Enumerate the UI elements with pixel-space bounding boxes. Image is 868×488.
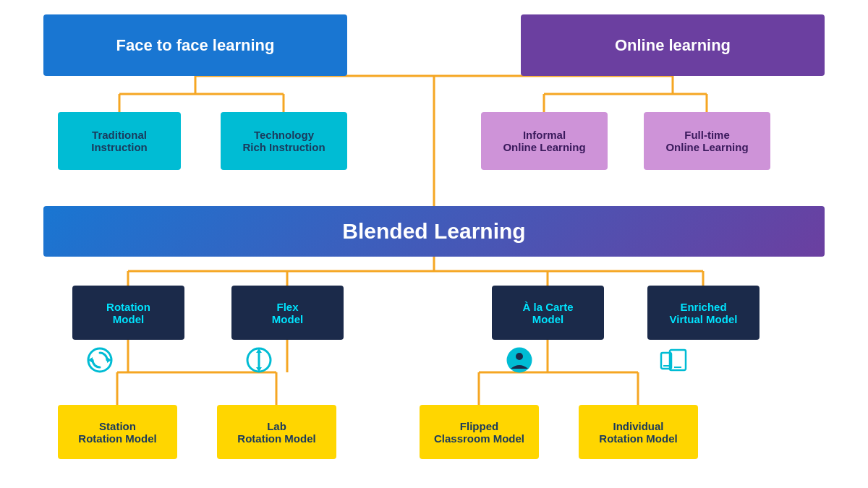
enriched-virtual-model-label: EnrichedVirtual Model (670, 301, 738, 325)
lab-rotation-model-label: LabRotation Model (237, 420, 315, 445)
fulltime-online-learning-node: Full-timeOnline Learning (644, 112, 770, 170)
enriched-virtual-model-node: EnrichedVirtual Model (647, 286, 760, 340)
rotation-model-label: RotationModel (106, 301, 150, 325)
flipped-classroom-model-label: FlippedClassroom Model (434, 420, 524, 445)
rotation-model-node: RotationModel (72, 286, 184, 340)
tech-rich-instruction-label: TechnologyRich Instruction (242, 129, 325, 153)
blended-learning-node: Blended Learning (43, 206, 825, 257)
individual-rotation-model-label: IndividualRotation Model (599, 420, 677, 445)
online-learning-label: Online learning (615, 36, 731, 55)
online-learning-node: Online learning (521, 14, 825, 76)
traditional-instruction-label: TraditionalInstruction (91, 129, 148, 153)
flex-model-label: FlexModel (272, 301, 303, 325)
alacarte-model-label: À la CarteModel (522, 301, 573, 325)
informal-online-learning-node: InformalOnline Learning (481, 112, 608, 170)
flex-model-node: FlexModel (231, 286, 344, 340)
station-rotation-model-label: StationRotation Model (78, 420, 156, 445)
fulltime-online-learning-label: Full-timeOnline Learning (665, 129, 748, 153)
traditional-instruction-node: TraditionalInstruction (58, 112, 181, 170)
flipped-classroom-model-node: FlippedClassroom Model (420, 405, 539, 459)
rotation-icon (87, 347, 113, 378)
informal-online-learning-label: InformalOnline Learning (503, 129, 585, 153)
individual-rotation-model-node: IndividualRotation Model (579, 405, 698, 459)
station-rotation-model-node: StationRotation Model (58, 405, 177, 459)
enriched-icon (660, 347, 689, 378)
flex-icon (246, 347, 272, 378)
lab-rotation-model-node: LabRotation Model (217, 405, 336, 459)
blended-learning-label: Blended Learning (342, 219, 525, 244)
diagram: .conn { stroke: #F5A623; stroke-width: 3… (0, 0, 868, 488)
svg-point-34 (516, 353, 523, 360)
alacarte-model-node: À la CarteModel (492, 286, 604, 340)
tech-rich-instruction-node: TechnologyRich Instruction (221, 112, 347, 170)
alacarte-icon (506, 347, 532, 378)
face-to-face-label: Face to face learning (116, 36, 275, 55)
face-to-face-node: Face to face learning (43, 14, 347, 76)
